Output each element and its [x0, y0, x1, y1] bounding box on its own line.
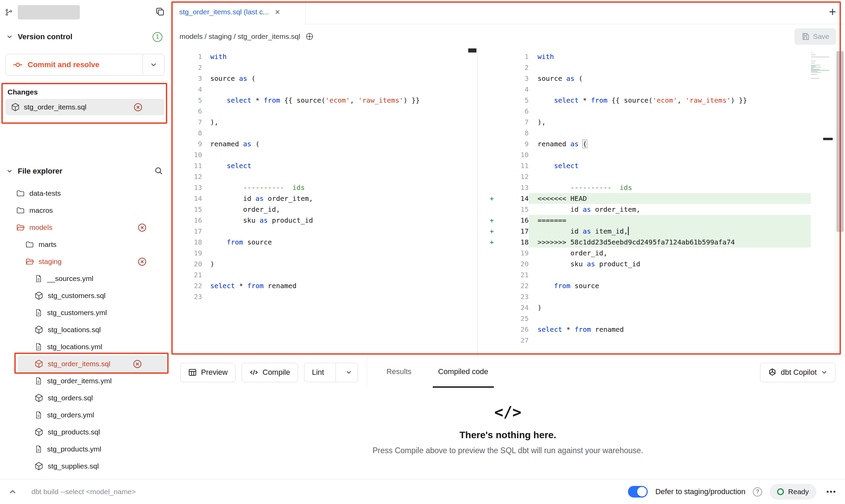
more-options-button[interactable]: [825, 486, 837, 498]
code-line[interactable]: 11 select: [171, 160, 477, 171]
code-line[interactable]: 4: [171, 84, 477, 95]
code-line[interactable]: 18 from source: [171, 237, 477, 248]
code-line[interactable]: 20 sku as product_id: [477, 258, 811, 269]
commit-dropdown-button[interactable]: [143, 54, 164, 75]
code-line[interactable]: 6: [477, 106, 811, 117]
search-icon[interactable]: [154, 166, 163, 177]
revert-file-icon[interactable]: [138, 223, 147, 232]
code-line[interactable]: 19 order_id,: [477, 248, 811, 258]
file-tree-item--sources-yml[interactable]: __sources.yml: [0, 270, 171, 287]
code-line[interactable]: 5 select * from {{ source('ecom', 'raw_i…: [171, 95, 477, 106]
code-line[interactable]: +16=======: [477, 215, 811, 226]
code-line[interactable]: 6: [171, 106, 477, 117]
file-tree-item-marts[interactable]: marts: [0, 236, 171, 253]
lint-dropdown-button[interactable]: [340, 363, 358, 382]
tab-stg-order-items[interactable]: stg_order_items.sql (last c... ×: [171, 0, 305, 24]
code-line[interactable]: 17: [171, 226, 477, 237]
changed-file-row[interactable]: stg_order_items.sql: [5, 99, 164, 115]
code-line[interactable]: 14 id as order_item,: [171, 193, 477, 204]
revert-file-icon[interactable]: [138, 257, 147, 266]
code-line[interactable]: 25: [477, 313, 811, 324]
code-line[interactable]: 27: [477, 335, 811, 346]
file-tree-item-stg-order-items-sql[interactable]: stg_order_items.sql: [18, 355, 166, 372]
code-line[interactable]: 12: [477, 171, 811, 182]
code-line[interactable]: 7),: [477, 117, 811, 128]
lineage-icon[interactable]: [305, 32, 314, 41]
close-icon[interactable]: ×: [275, 7, 280, 17]
code-line[interactable]: 22 from source: [477, 280, 811, 291]
compile-button[interactable]: Compile: [242, 363, 298, 382]
code-line[interactable]: 13 ---------- ids: [171, 182, 477, 193]
file-tree-item-stg-orders-sql[interactable]: stg_orders.sql: [0, 389, 171, 406]
file-tree-item-data-tests[interactable]: data-tests: [0, 185, 171, 202]
code-line[interactable]: 1with: [171, 51, 477, 62]
code-line[interactable]: 3source as (: [477, 73, 811, 84]
preview-button[interactable]: Preview: [180, 363, 235, 382]
lint-button[interactable]: Lint: [304, 363, 358, 382]
code-line[interactable]: 1with: [477, 51, 811, 62]
code-line[interactable]: 9renamed as (: [171, 138, 477, 149]
code-line[interactable]: 5 select * from {{ source('ecom', 'raw_i…: [477, 95, 811, 106]
code-line[interactable]: 21: [477, 269, 811, 280]
code-line[interactable]: 22select * from renamed: [171, 280, 477, 291]
code-line[interactable]: 4: [477, 84, 811, 95]
tab-compiled-code[interactable]: Compiled code: [433, 357, 494, 388]
code-line[interactable]: 9renamed as (: [477, 138, 811, 149]
file-tree-item-stg-locations-yml[interactable]: stg_locations.yml: [0, 338, 171, 355]
file-tree-item-macros[interactable]: macros: [0, 202, 171, 219]
file-explorer-header[interactable]: File explorer: [6, 164, 165, 179]
file-tree-item-stg-locations-sql[interactable]: stg_locations.sql: [0, 321, 171, 338]
code-line[interactable]: +18>>>>>>> 58c1dd23d5eebd9cd2495fa7124ab…: [477, 237, 811, 248]
commit-and-resolve-button[interactable]: Commit and resolve: [5, 54, 164, 76]
file-tree-item-models[interactable]: models: [0, 219, 171, 236]
chevron-up-icon[interactable]: [8, 487, 17, 496]
file-tree-item-stg-products-yml[interactable]: stg_products.yml: [0, 441, 171, 458]
file-tree-item-stg-customers-yml[interactable]: stg_customers.yml: [0, 304, 171, 321]
code-line[interactable]: 20): [171, 258, 477, 269]
code-line[interactable]: 23: [171, 291, 477, 302]
code-line[interactable]: 23: [477, 291, 811, 302]
defer-toggle[interactable]: [628, 486, 648, 498]
code-line[interactable]: 19: [171, 248, 477, 258]
code-line[interactable]: 2: [171, 62, 477, 73]
code-line[interactable]: 8: [171, 128, 477, 138]
editor-scrollbar[interactable]: [835, 48, 845, 357]
copy-icon[interactable]: [155, 6, 165, 18]
scrollbar-thumb[interactable]: [836, 51, 844, 232]
minimap[interactable]: [811, 48, 835, 357]
workspace-icon[interactable]: [5, 8, 13, 16]
code-line[interactable]: 10: [171, 149, 477, 160]
file-tree-item-staging[interactable]: staging: [0, 253, 171, 270]
code-line[interactable]: 15 id as order_item,: [477, 204, 811, 215]
dbt-copilot-button[interactable]: dbt Copilot: [760, 363, 835, 382]
code-line[interactable]: 11 select: [477, 160, 811, 171]
code-line[interactable]: 8: [477, 128, 811, 138]
version-control-header[interactable]: Version control 1: [6, 29, 165, 44]
help-icon[interactable]: ?: [753, 487, 762, 496]
tab-results[interactable]: Results: [381, 357, 417, 388]
code-line[interactable]: 2: [477, 62, 811, 73]
revert-file-icon[interactable]: [133, 359, 142, 369]
new-tab-button[interactable]: +: [829, 6, 836, 18]
code-line[interactable]: +14<<<<<<< HEAD: [477, 193, 811, 204]
file-tree-item-stg-supplies-sql[interactable]: stg_supplies.sql: [0, 458, 171, 475]
status-ready[interactable]: Ready: [770, 484, 816, 500]
diff-pane-right[interactable]: 1with23source as (45 select * from {{ so…: [477, 48, 811, 357]
file-tree-item-stg-orders-yml[interactable]: stg_orders.yml: [0, 406, 171, 424]
code-line[interactable]: 7),: [171, 117, 477, 128]
file-tree-item-stg-order-items-yml[interactable]: stg_order_items.yml: [0, 372, 171, 389]
code-line[interactable]: 26select * from renamed: [477, 324, 811, 335]
code-line[interactable]: 15 order_id,: [171, 204, 477, 215]
file-tree-item-stg-products-sql[interactable]: stg_products.sql: [0, 424, 171, 441]
code-line[interactable]: 16 sku as product_id: [171, 215, 477, 226]
revert-file-icon[interactable]: [133, 103, 143, 112]
code-line[interactable]: 12: [171, 171, 477, 182]
code-line[interactable]: 10: [477, 149, 811, 160]
code-line[interactable]: 24): [477, 302, 811, 313]
code-line[interactable]: 3source as (: [171, 73, 477, 84]
command-input[interactable]: dbt build --select <model_name>: [31, 488, 136, 496]
code-line[interactable]: 21: [171, 269, 477, 280]
diff-pane-left[interactable]: 1with23source as (45 select * from {{ so…: [171, 48, 477, 357]
code-line[interactable]: 13 ---------- ids: [477, 182, 811, 193]
file-tree-item-stg-customers-sql[interactable]: stg_customers.sql: [0, 287, 171, 304]
